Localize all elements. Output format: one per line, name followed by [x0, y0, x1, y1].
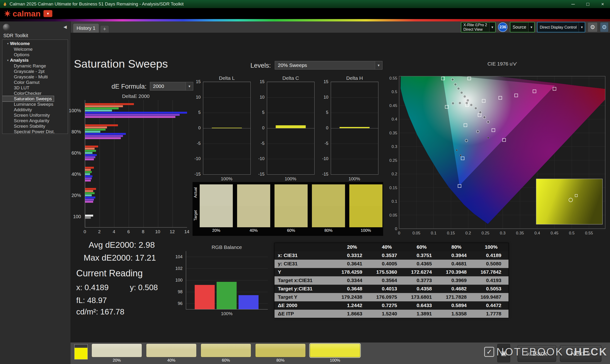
table-cell: 0.4472 [474, 301, 509, 310]
svg-text:0.35: 0.35 [389, 131, 397, 135]
swatch-color[interactable] [255, 343, 306, 357]
deltae-bar [85, 180, 91, 182]
svg-text:0.45: 0.45 [389, 104, 397, 108]
table-col-header [274, 243, 335, 251]
swatch-color[interactable] [201, 343, 251, 357]
table-cell: 0.4358 [404, 285, 439, 293]
workflow-gear-button[interactable]: ⚙ [600, 22, 609, 32]
pattern-swatch-20%[interactable]: 20% [91, 343, 142, 363]
swatch-color[interactable] [310, 343, 360, 357]
add-tab-button[interactable]: + [100, 25, 109, 33]
actual-swatch [312, 184, 345, 206]
pattern-swatch-100%[interactable]: 100% [310, 343, 360, 363]
tab-history-1[interactable]: History 1 [73, 23, 99, 33]
axis-tick-label: -10 [322, 156, 328, 161]
table-cell: 172.6274 [404, 268, 439, 276]
table-row-label: Target x:CIE31 [274, 276, 335, 285]
svg-text:0.25: 0.25 [389, 158, 397, 163]
pattern-swatch-60%[interactable]: 60% [201, 343, 251, 363]
deltae-bar [85, 103, 134, 105]
pattern-swatch-40%[interactable]: 40% [146, 343, 196, 363]
source-dropdown[interactable]: Source ▼ [510, 22, 535, 32]
sweep-swatch-60%: 60% [274, 184, 308, 227]
sidebar-collapse-button[interactable]: ◀ [63, 24, 67, 29]
rgb-bar-blue [238, 295, 259, 309]
tree-item-saturation-sweeps[interactable]: Saturation Sweeps [2, 96, 54, 102]
source-label: Source [510, 22, 528, 32]
delta-l-title: Delta L [203, 75, 251, 81]
tree-item-screen-stability[interactable]: Screen Stability [2, 123, 68, 129]
table-cell: 171.7828 [439, 293, 474, 301]
pattern-swatch-80%[interactable]: 80% [255, 343, 306, 363]
swatch-color[interactable] [146, 343, 196, 357]
deltae-bar [85, 137, 121, 139]
tree-item-color-gamut[interactable]: Color Gamut [2, 79, 68, 85]
pattern-preview-window[interactable] [74, 344, 88, 360]
table-cell: 1.7778 [474, 310, 509, 318]
table-cell: 1.3891 [404, 310, 439, 318]
svg-text:0.4: 0.4 [391, 117, 397, 121]
svg-text:0.15: 0.15 [447, 231, 455, 235]
de-formula-label: dE Formula: [112, 83, 146, 90]
swatch-label: 20% [91, 358, 142, 363]
deltae-bar [85, 129, 105, 130]
table-cell: 0.3564 [370, 276, 404, 285]
tree-item-options[interactable]: Options [2, 52, 68, 57]
deltae-bar [85, 199, 94, 201]
settings-gear-button[interactable]: ⚙ [588, 22, 597, 32]
brand-bar: calman ▼ [0, 8, 610, 19]
target-swatch [349, 206, 382, 227]
tree-item-screen-uniformity[interactable]: Screen Uniformity [2, 112, 68, 118]
home-orb-button[interactable] [3, 24, 10, 31]
tree-section-analysis[interactable]: ▾Analysis [2, 57, 68, 63]
deltae-bar [85, 171, 92, 173]
table-cell: 0.3648 [335, 285, 370, 293]
restore-button[interactable]: □ [581, 0, 595, 8]
axis-tick-label: 104 [175, 254, 182, 260]
main-toolbar: History 1 + X-Rite i1Pro 2 Direct View ▼… [71, 21, 610, 33]
tree-item-3d-lut[interactable]: 3D LUT [2, 85, 68, 91]
table-row-label: y: CIE31 [274, 260, 335, 268]
table-cell: 173.6801 [404, 293, 439, 301]
titlebar: Calman 2025 Calman Ultimate for Business… [0, 0, 610, 8]
actual-label: Actual [194, 187, 198, 198]
deltae-bar [85, 127, 107, 128]
axis-tick-label: -5 [197, 141, 201, 146]
tree-section-welcome[interactable]: ▾Welcome [2, 41, 68, 46]
svg-text:0.1: 0.1 [391, 199, 397, 204]
sweep-swatch-80%: 80% [312, 184, 345, 227]
meter-dropdown[interactable]: X-Rite i1Pro 2 Direct View ▼ [461, 22, 496, 32]
deltae-ylabels: 100%80%60%40%20%100 [63, 100, 83, 227]
tree-item-screen-angularity[interactable]: Screen Angularity [2, 118, 68, 123]
tree-item-luminance-sweeps[interactable]: Luminance Sweeps [2, 102, 68, 107]
brand-menu-button[interactable]: ▼ [43, 10, 52, 17]
actual-target-panel: Actual Target 20%40%60%80%100% [193, 182, 383, 236]
tree-item-dynamic-range[interactable]: Dynamic Range [2, 63, 68, 69]
tree-item-welcome[interactable]: Welcome [2, 46, 68, 52]
tree-item-additivity[interactable]: Additivity [2, 107, 68, 112]
swatch-level-label: 60% [274, 228, 308, 233]
axis-tick-label: 10 [260, 95, 264, 100]
minimize-button[interactable]: ─ [566, 0, 581, 8]
levels-label: Levels: [250, 62, 271, 69]
table-cell: 169.9487 [474, 293, 509, 301]
de-formula-select[interactable]: 2000 ▼ [150, 82, 193, 91]
table-col-header: 40% [370, 243, 404, 251]
swatch-color[interactable] [91, 343, 142, 357]
tree-item-grayscale-2pt[interactable]: Grayscale - 2pt [2, 69, 68, 74]
tree-item-grayscale-multi[interactable]: Grayscale - Multi [2, 74, 68, 79]
deltae-category-label: 100% [69, 108, 81, 113]
levels-select[interactable]: 20% Sweeps ▼ [275, 61, 382, 70]
axis-tick-label: 10 [155, 229, 160, 234]
tree-expander-icon: ▾ [7, 59, 9, 62]
swatch-label: 60% [201, 358, 251, 363]
tree-item-spectral-power-dist[interactable]: Spectral Power Dist. [2, 129, 68, 134]
tree-item-colorchecker[interactable]: ColorChecker [2, 91, 68, 96]
axis-tick-label: -15 [322, 172, 328, 177]
close-button[interactable]: × [595, 0, 610, 8]
display-control-dropdown[interactable]: Direct Display Control ▼ [537, 22, 585, 32]
target-label: Target [194, 210, 198, 221]
meter-reading-badge: 236 [498, 22, 507, 32]
target-swatch [274, 206, 308, 227]
svg-text:0: 0 [398, 231, 400, 235]
